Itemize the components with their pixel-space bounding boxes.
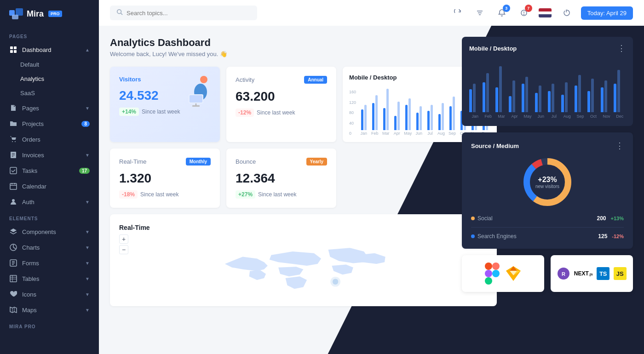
source-row-social: Social 200 +13% xyxy=(471,215,624,222)
sidebar-item-label: Projects xyxy=(22,120,44,127)
svg-rect-2 xyxy=(12,15,18,19)
svg-marker-25 xyxy=(10,307,17,313)
realtime-map-card: Real-Time ⋮ + − xyxy=(110,214,497,306)
page-header: Analytics Dashboard Welcome back, Lucy! … xyxy=(110,37,497,57)
search-label: Search Engines xyxy=(477,233,517,240)
map-title: Real-Time xyxy=(119,224,150,231)
search-input[interactable] xyxy=(126,10,251,17)
pages-section-label: PAGES xyxy=(0,28,99,42)
file-icon xyxy=(9,104,17,112)
svg-point-7 xyxy=(12,141,13,142)
filter-btn[interactable] xyxy=(472,6,487,20)
sidebar-item-saas[interactable]: SaaS xyxy=(0,86,99,100)
sidebar-item-invoices[interactable]: Invoices ▼ xyxy=(0,147,99,163)
elements-section-label: ELEMENTS xyxy=(0,210,99,224)
sidebar-item-projects[interactable]: Projects 8 xyxy=(0,116,99,131)
svg-rect-52 xyxy=(485,277,492,285)
projects-badge: 8 xyxy=(81,121,90,127)
notification-badge: 3 xyxy=(503,5,510,12)
today-button[interactable]: Today: April 29 xyxy=(581,6,633,20)
sidebar-subitem-label: Default xyxy=(20,61,39,68)
source-menu[interactable]: ⋮ xyxy=(615,142,624,150)
main-content: 3 7 Today: April 29 Analytics Dashboard xyxy=(99,0,644,354)
receipt-icon xyxy=(9,151,17,159)
chart-icon xyxy=(9,243,17,251)
sidebar-item-orders[interactable]: Orders xyxy=(0,131,99,147)
sidebar-item-label: Maps xyxy=(22,307,37,314)
form-icon xyxy=(9,259,17,267)
sidebar-item-label: Charts xyxy=(22,244,40,251)
search-count: 125 xyxy=(598,233,607,240)
svg-line-29 xyxy=(121,13,123,15)
chevron-icon: ▼ xyxy=(85,292,90,297)
chevron-icon: ▼ xyxy=(85,229,90,234)
typescript-logo: TS xyxy=(597,267,610,280)
folder-icon xyxy=(9,120,17,128)
svg-point-53 xyxy=(492,270,500,277)
chevron-icon: ▲ xyxy=(85,47,90,52)
sidebar-item-forms[interactable]: Forms ▼ xyxy=(0,255,99,271)
refresh-btn[interactable] xyxy=(450,6,465,20)
svg-rect-50 xyxy=(492,263,500,270)
notifications-btn[interactable]: 3 xyxy=(494,6,509,20)
svg-text:R: R xyxy=(562,271,565,277)
power-btn[interactable] xyxy=(559,6,574,20)
svg-rect-40 xyxy=(190,95,202,103)
svg-point-37 xyxy=(200,76,207,83)
social-label: Social xyxy=(477,215,493,222)
bell-badge: 7 xyxy=(525,5,532,12)
sidebar-item-label: Orders xyxy=(22,136,40,143)
activity-change: -12% xyxy=(236,108,254,117)
activity-since: Since last week xyxy=(257,109,295,116)
sidebar-item-label: Auth xyxy=(22,199,34,206)
logo[interactable]: Mira PRO xyxy=(0,0,99,28)
logos-section: R NEXT.js TS JS xyxy=(462,255,633,292)
svg-rect-4 xyxy=(14,46,17,49)
map-zoom-in[interactable]: + xyxy=(119,234,128,244)
sidebar-item-default[interactable]: Default xyxy=(0,57,99,72)
chevron-icon: ▼ xyxy=(85,308,90,313)
language-flag[interactable] xyxy=(539,8,552,17)
sidebar-item-charts[interactable]: Charts ▼ xyxy=(0,240,99,255)
sidebar-item-label: Invoices xyxy=(22,152,44,159)
sidebar-item-components[interactable]: Components ▼ xyxy=(0,224,99,240)
logo-icon xyxy=(9,8,23,19)
bounce-footer: +27% Since last week xyxy=(236,190,327,199)
sidebar-item-dashboard[interactable]: Dashboard ▲ xyxy=(0,42,99,57)
redux-logo: R xyxy=(557,267,570,280)
social-dot xyxy=(471,217,475,220)
sidebar-item-maps[interactable]: Maps ▼ xyxy=(0,302,99,318)
svg-point-28 xyxy=(117,10,121,14)
bounce-value: 12.364 xyxy=(236,171,327,186)
pro-badge: PRO xyxy=(48,11,62,17)
chevron-icon: ▼ xyxy=(85,276,90,281)
sidebar-subitem-label: Analytics xyxy=(20,75,44,82)
sidebar-item-label: Forms xyxy=(22,260,39,267)
sidebar-item-tables[interactable]: Tables ▼ xyxy=(0,271,99,286)
svg-rect-14 xyxy=(10,183,17,189)
social-change: +13% xyxy=(611,216,624,221)
visitors-change: +14% xyxy=(119,108,139,116)
sidebar-item-pages[interactable]: Pages ▼ xyxy=(0,100,99,116)
source-title: Source / Medium xyxy=(471,143,519,149)
map-icon xyxy=(9,306,17,314)
activity-label: Activity Annual xyxy=(236,76,327,84)
content-area: Analytics Dashboard Welcome back, Lucy! … xyxy=(99,26,644,354)
visitors-illustration xyxy=(178,71,215,108)
sidebar-item-auth[interactable]: Auth ▼ xyxy=(0,194,99,210)
table-icon xyxy=(9,274,17,283)
visitors-footer: +14% Since last week xyxy=(119,108,211,116)
sidebar-item-calendar[interactable]: Calendar xyxy=(0,178,99,194)
layers-icon xyxy=(9,228,17,236)
chevron-icon: ▼ xyxy=(85,106,90,111)
sidebar-item-icons[interactable]: Icons ▼ xyxy=(0,286,99,302)
sidebar-item-tasks[interactable]: Tasks 17 xyxy=(0,163,99,178)
search-box[interactable] xyxy=(110,6,257,20)
bounce-card: Bounce Yearly 12.364 +27% Since last wee… xyxy=(226,148,336,208)
dark-chart-menu[interactable]: ⋮ xyxy=(617,44,626,52)
map-zoom-out[interactable]: − xyxy=(119,245,128,254)
sidebar-item-analytics[interactable]: Analytics xyxy=(0,72,99,86)
sidebar-subitem-label: SaaS xyxy=(20,90,35,97)
check-icon xyxy=(9,166,17,175)
bell-btn[interactable]: 7 xyxy=(517,6,531,20)
